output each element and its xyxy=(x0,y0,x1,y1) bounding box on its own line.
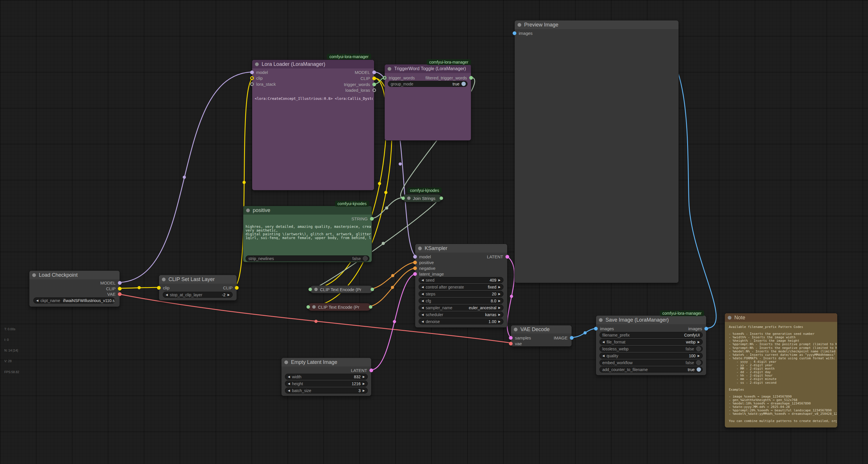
prev-arrow-icon[interactable]: ◀ xyxy=(288,382,290,385)
save-image-images-output[interactable]: images xyxy=(688,326,708,331)
clip-port-dot[interactable] xyxy=(250,76,254,80)
file-format-widget[interactable]: ◀ file_format webp ▶ xyxy=(599,339,703,345)
node-clip-set-last-layer[interactable]: CLIP Set Last Layer clip CLIP ◀ stop_at_… xyxy=(159,275,237,300)
lastlayer-clip-output[interactable]: CLIP xyxy=(223,285,239,291)
node-ksampler[interactable]: KSampler model positive negative latent_… xyxy=(415,244,507,328)
model-port-dot[interactable] xyxy=(250,70,254,74)
collapse-dot[interactable] xyxy=(514,328,518,331)
collapsed-output-dot[interactable] xyxy=(369,305,372,309)
prev-arrow-icon[interactable]: ◀ xyxy=(422,320,424,323)
ckpt-name-widget[interactable]: ◀ ckpt_name il\waiNSFWIllustrious_v110.s… xyxy=(33,297,115,303)
prev-arrow-icon[interactable]: ◀ xyxy=(165,293,168,296)
collapse-dot[interactable] xyxy=(388,67,391,71)
collapsed-input-dot[interactable] xyxy=(309,288,312,291)
model-port-dot[interactable] xyxy=(413,255,417,259)
stop-at-clip-layer-widget[interactable]: ◀ stop_at_clip_layer -2 ▶ xyxy=(163,292,232,298)
collapse-dot[interactable] xyxy=(255,62,259,66)
ksampler-model-input[interactable]: model xyxy=(413,254,431,259)
prev-arrow-icon[interactable]: ◀ xyxy=(288,389,290,392)
toggle-knob-icon[interactable] xyxy=(696,360,701,365)
vae-port-dot[interactable] xyxy=(118,292,122,296)
lora-model-input[interactable]: model xyxy=(250,69,268,75)
node-triggerword-toggle[interactable]: comfyui-lora-manager TriggerWord Toggle … xyxy=(384,64,471,141)
image-port-dot[interactable] xyxy=(570,336,574,340)
next-arrow-icon[interactable]: ▶ xyxy=(498,279,501,282)
positive-prompt-text[interactable]: highres, very detailed, amazing quality,… xyxy=(246,225,371,240)
collapse-dot[interactable] xyxy=(284,360,288,364)
quality-widget[interactable]: ◀ quality 100 ▶ xyxy=(599,353,703,359)
steps-widget[interactable]: ◀ steps 20 ▶ xyxy=(418,291,503,297)
vae-decode-samples-input[interactable]: samples xyxy=(509,335,531,341)
toggle-knob-icon[interactable] xyxy=(696,367,701,372)
next-arrow-icon[interactable]: ▶ xyxy=(698,354,700,357)
next-arrow-icon[interactable]: ▶ xyxy=(498,320,501,323)
clip-port-dot[interactable] xyxy=(372,77,376,80)
prev-arrow-icon[interactable]: ◀ xyxy=(422,285,424,289)
node-join-strings[interactable]: comfyui-kjnodes Join Strings xyxy=(403,194,442,202)
lora-syntax-text[interactable]: <lora:CreateConcept_Illustrious:0.8> <lo… xyxy=(255,96,373,101)
add-counter-toggle[interactable]: add_counter_to_filename true xyxy=(599,367,703,373)
collapse-dot[interactable] xyxy=(246,208,250,212)
node-lora-loader[interactable]: comfyui-lora-manager Lora Loader (LoraMa… xyxy=(252,60,374,191)
next-arrow-icon[interactable]: ▶ xyxy=(698,340,700,344)
scheduler-widget[interactable]: ◀ scheduler karras ▶ xyxy=(418,312,503,318)
collapsed-output-dot[interactable] xyxy=(440,197,443,200)
node-load-checkpoint[interactable]: Load Checkpoint MODEL CLIP VAE ◀ ckpt_na… xyxy=(29,270,120,307)
prev-arrow-icon[interactable]: ◀ xyxy=(422,306,424,309)
seed-widget[interactable]: ◀ seed 409 ▶ xyxy=(418,277,503,283)
node-save-image[interactable]: comfyui-lora-manager Save Image (LoraMan… xyxy=(596,315,706,375)
width-widget[interactable]: ◀ width 832 ▶ xyxy=(285,374,368,380)
string-port-dot[interactable] xyxy=(372,83,376,86)
checkpoint-vae-output[interactable]: VAE xyxy=(107,291,122,297)
collapse-dot[interactable] xyxy=(599,318,602,322)
node-note[interactable]: Note Available filename_prefix Pattern C… xyxy=(724,313,838,428)
positive-string-output[interactable]: STRING xyxy=(351,216,374,222)
string-port-dot[interactable] xyxy=(469,76,473,80)
next-arrow-icon[interactable]: ▶ xyxy=(498,306,501,309)
latent-port-dot[interactable] xyxy=(505,255,509,259)
node-empty-latent-image[interactable]: Empty Latent Image LATENT ◀ width 832 ▶ … xyxy=(281,357,371,396)
lora-stack-port-dot[interactable] xyxy=(250,82,254,86)
next-arrow-icon[interactable]: ▶ xyxy=(498,292,501,295)
next-arrow-icon[interactable]: ▶ xyxy=(363,375,365,378)
conditioning-port-dot[interactable] xyxy=(413,266,417,270)
lora-trigger-words-output[interactable]: trigger_words xyxy=(344,81,376,87)
collapse-dot[interactable] xyxy=(418,246,422,250)
next-arrow-icon[interactable]: ▶ xyxy=(227,293,230,296)
denoise-widget[interactable]: ◀ denoise 1.00 ▶ xyxy=(418,318,503,324)
node-vae-decode[interactable]: VAE Decode samples vae IMAGE xyxy=(510,325,572,347)
model-port-dot[interactable] xyxy=(118,281,122,285)
strip-newlines-toggle[interactable]: strip_newlines false xyxy=(246,256,369,261)
lora-loaded-loras-output[interactable]: loaded_loras xyxy=(345,87,376,93)
control-after-generate-widget[interactable]: ◀ control after generate fixed ▶ xyxy=(418,284,503,290)
lora-clip-input[interactable]: clip xyxy=(250,75,263,81)
latent-port-dot[interactable] xyxy=(509,336,513,340)
collapse-dot[interactable] xyxy=(314,288,318,291)
node-clip-text-encode-positive[interactable]: CLIP Text Encode (Pr xyxy=(310,285,373,293)
collapsed-output-dot[interactable] xyxy=(371,288,374,291)
node-positive-prompt[interactable]: comfyui-kjnodes positive STRING highres,… xyxy=(243,206,372,262)
checkpoint-model-output[interactable]: MODEL xyxy=(100,280,122,286)
node-clip-text-encode-negative[interactable]: CLIP Text Encode (Pr xyxy=(308,303,371,311)
prev-arrow-icon[interactable]: ◀ xyxy=(422,292,424,295)
next-arrow-icon[interactable]: ▶ xyxy=(498,299,501,302)
next-arrow-icon[interactable]: ▶ xyxy=(363,382,365,385)
save-image-images-input[interactable]: images xyxy=(594,326,614,331)
checkpoint-clip-output[interactable]: CLIP xyxy=(106,286,122,291)
filename-prefix-widget[interactable]: filename_prefix ComfyUI xyxy=(599,332,703,338)
collapse-dot[interactable] xyxy=(518,23,521,27)
lossless-webp-toggle[interactable]: lossless_webp false xyxy=(599,346,703,352)
collapse-dot[interactable] xyxy=(162,278,165,281)
vae-decode-image-output[interactable]: IMAGE xyxy=(554,335,574,341)
string-port-dot[interactable] xyxy=(370,217,374,221)
collapsed-input-dot[interactable] xyxy=(307,305,310,309)
node-preview-image[interactable]: Preview Image images xyxy=(514,20,679,283)
lora-stack-input[interactable]: lora_stack xyxy=(250,81,276,87)
vae-decode-vae-input[interactable]: vae xyxy=(509,341,522,346)
image-port-dot[interactable] xyxy=(704,327,708,330)
latent-port-dot[interactable] xyxy=(369,369,373,372)
next-arrow-icon[interactable]: ▶ xyxy=(498,285,501,289)
node-graph-canvas[interactable]: Preview Image images Load Checkpoint MOD… xyxy=(0,0,868,464)
sampler-name-widget[interactable]: ◀ sampler_name euler_ancestral ▶ xyxy=(418,304,503,311)
collapse-dot[interactable] xyxy=(312,305,316,309)
